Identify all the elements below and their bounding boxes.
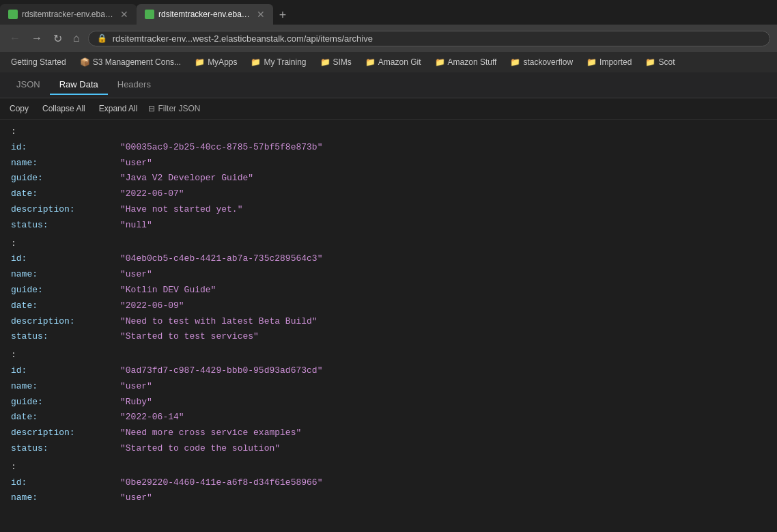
bookmark-label: Amazon Stuff	[448, 57, 497, 67]
json-field-guide-1: guide: "Java V2 Developer Guide"	[11, 171, 766, 186]
bookmark-folder-icon: 📁	[251, 57, 261, 67]
json-field-status-3: status: "Started to code the solution"	[11, 442, 766, 456]
tab-2[interactable]: rdsitemtracker-env.eba-aqmhsdtku ✕	[137, 4, 273, 25]
json-field-id-1: id: "00035ac9-2b25-40cc-8785-57bf5f8e873…	[11, 141, 766, 155]
json-field-date-1: date: "2022-06-07"	[11, 187, 766, 201]
bookmark-label: Getting Started	[11, 57, 66, 67]
json-field-guide-2: guide: "Kotlin DEV Guide"	[11, 283, 766, 298]
lock-icon: 🔒	[97, 33, 107, 43]
bookmarks-bar: Getting Started 📦 S3 Management Cons... …	[0, 52, 777, 72]
bookmark-folder-icon: 📁	[587, 57, 597, 67]
json-field-date-2: date: "2022-06-09"	[11, 299, 766, 313]
new-tab-button[interactable]: +	[273, 5, 292, 25]
bookmark-label: S3 Management Cons...	[93, 57, 181, 67]
bookmark-label: stackoverflow	[523, 57, 573, 67]
bookmark-folder-icon: 📁	[510, 57, 520, 67]
copy-button[interactable]: Copy	[7, 102, 31, 115]
bookmark-scot[interactable]: 📁 Scot	[640, 56, 680, 68]
json-separator-2: :	[11, 237, 766, 251]
tab-json[interactable]: JSON	[7, 75, 50, 95]
json-field-guide-3: guide: "Ruby"	[11, 395, 766, 410]
json-field-date-3: date: "2022-06-14"	[11, 410, 766, 425]
bookmark-folder-icon: 📦	[80, 57, 90, 67]
bookmark-label: SIMs	[333, 57, 352, 67]
bookmark-label: Scot	[658, 57, 675, 67]
json-field-id-4: id: "0be29220-4460-411e-a6f8-d34f61e5896…	[11, 476, 766, 490]
bookmark-folder-icon: 📁	[645, 57, 655, 67]
bookmark-folder-icon: 📁	[435, 57, 445, 67]
bookmark-getting-started[interactable]: Getting Started	[5, 56, 72, 68]
tab-1[interactable]: rdsitemtracker-env.eba-aqmhsc ✕	[0, 4, 137, 25]
bookmark-label: Amazon Git	[378, 57, 421, 67]
bookmark-my-training[interactable]: 📁 My Training	[245, 56, 311, 68]
json-field-name-1: name: "user"	[11, 156, 766, 171]
filter-icon: ⊟	[148, 104, 155, 113]
json-field-name-3: name: "user"	[11, 380, 766, 394]
bookmark-s3-management[interactable]: 📦 S3 Management Cons...	[74, 56, 186, 68]
tab-close-1[interactable]: ✕	[120, 9, 128, 20]
tab-close-2[interactable]: ✕	[257, 9, 265, 20]
bookmark-folder-icon: 📁	[365, 57, 376, 67]
url-text: rdsitemtracker-env...west-2.elasticbeans…	[113, 33, 373, 44]
forward-button[interactable]: →	[29, 31, 45, 46]
json-separator-4: :	[11, 460, 766, 475]
bookmark-folder-icon: 📁	[195, 57, 205, 67]
tab-bar: rdsitemtracker-env.eba-aqmhsc ✕ rdsitemt…	[0, 0, 777, 25]
json-field-description-1: description: "Have not started yet."	[11, 203, 766, 217]
bookmark-label: MyApps	[208, 57, 237, 67]
json-field-name-2: name: "user"	[11, 268, 766, 282]
bookmark-sims[interactable]: 📁 SIMs	[315, 56, 357, 68]
tab-headers[interactable]: Headers	[108, 75, 160, 95]
collapse-all-button[interactable]: Collapse All	[40, 102, 88, 115]
json-field-description-2: description: "Need to test with latest B…	[11, 315, 766, 329]
bookmark-label: Imported	[599, 57, 632, 67]
tab-favicon-2	[145, 10, 154, 19]
filter-label: Filter JSON	[158, 104, 200, 113]
json-content: : id: "00035ac9-2b25-40cc-8785-57bf5f8e8…	[0, 120, 777, 527]
bookmark-folder-icon: 📁	[320, 57, 330, 67]
json-actions-bar: Copy Collapse All Expand All ⊟ Filter JS…	[0, 98, 777, 120]
json-separator-3: :	[11, 348, 766, 363]
json-toolbar: JSON Raw Data Headers	[0, 72, 777, 98]
json-field-status-2: status: "Started to test services"	[11, 330, 766, 344]
filter-json-button[interactable]: ⊟ Filter JSON	[148, 104, 200, 113]
tab-raw-data[interactable]: Raw Data	[50, 75, 108, 95]
bookmark-myapps[interactable]: 📁 MyApps	[189, 56, 242, 68]
address-bar[interactable]: 🔒 rdsitemtracker-env...west-2.elasticbea…	[88, 31, 770, 46]
bookmark-imported[interactable]: 📁 Imported	[581, 56, 637, 68]
json-field-id-2: id: "04eb0cb5-c4eb-4421-ab7a-735c289564c…	[11, 252, 766, 266]
bookmark-amazon-git[interactable]: 📁 Amazon Git	[360, 56, 427, 68]
tab-favicon-1	[8, 10, 18, 19]
tab-title-1: rdsitemtracker-env.eba-aqmhsc	[22, 10, 113, 19]
nav-bar: ← → ↻ ⌂ 🔒 rdsitemtracker-env...west-2.el…	[0, 25, 777, 52]
bookmark-label: My Training	[264, 57, 306, 67]
json-separator-1: :	[11, 125, 766, 139]
back-button[interactable]: ←	[7, 31, 23, 46]
json-field-id-3: id: "0ad73fd7-c987-4429-bbb0-95d93ad673c…	[11, 364, 766, 378]
reload-button[interactable]: ↻	[51, 31, 65, 46]
json-field-description-3: description: "Need more cross service ex…	[11, 426, 766, 440]
json-field-name-4: name: "user"	[11, 491, 766, 505]
expand-all-button[interactable]: Expand All	[96, 102, 141, 115]
bookmark-amazon-stuff[interactable]: 📁 Amazon Stuff	[429, 56, 503, 68]
bookmark-stackoverflow[interactable]: 📁 stackoverflow	[505, 56, 578, 68]
tab-title-2: rdsitemtracker-env.eba-aqmhsdtku	[158, 10, 250, 19]
json-field-status-1: status: "null"	[11, 219, 766, 233]
home-button[interactable]: ⌂	[70, 31, 83, 46]
